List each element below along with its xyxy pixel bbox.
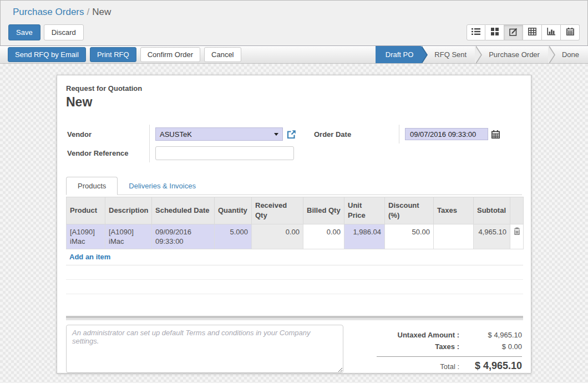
total-row: Total : $ 4,965.10 bbox=[377, 360, 522, 372]
form-view-button[interactable] bbox=[504, 24, 523, 40]
status-step-rfq-sent[interactable]: RFQ Sent bbox=[421, 46, 475, 63]
calendar-view-button[interactable] bbox=[561, 24, 580, 40]
top-chrome: Purchase Orders/New Save Discard bbox=[0, 0, 588, 45]
form-actions-row: Save Discard bbox=[1, 20, 587, 45]
taxes-row: Taxes : $ 0.00 bbox=[377, 341, 522, 352]
confirm-order-button[interactable]: Confirm Order bbox=[140, 47, 200, 62]
col-header-taxes: Taxes bbox=[434, 197, 474, 224]
form-right-column: Order Date bbox=[303, 125, 522, 162]
cell-unit-price[interactable]: 1,986.04 bbox=[344, 224, 385, 249]
vendor-reference-cell bbox=[149, 144, 303, 162]
cell-product[interactable]: [A1090] iMac bbox=[67, 224, 105, 249]
form-fields: Vendor ASUSTeK Vendor Reference bbox=[66, 125, 522, 162]
order-date-cell bbox=[399, 125, 522, 144]
col-header-actions bbox=[510, 197, 524, 224]
add-item-row: Add an item bbox=[66, 249, 523, 265]
terms-and-conditions-textarea[interactable] bbox=[66, 325, 343, 373]
col-header-description: Description bbox=[105, 197, 152, 224]
status-step-draft-po[interactable]: Draft PO bbox=[376, 46, 422, 63]
cell-description[interactable]: [A1090] iMac bbox=[105, 224, 152, 249]
taxes-label: Taxes : bbox=[435, 341, 459, 352]
group-separator bbox=[66, 316, 523, 320]
pivot-view-button[interactable] bbox=[523, 24, 542, 40]
order-lines-table: Product Description Scheduled Date Quant… bbox=[66, 197, 524, 249]
discard-button[interactable]: Discard bbox=[44, 24, 84, 40]
untaxed-amount-row: Untaxed Amount : $ 4,965.10 bbox=[377, 329, 522, 341]
print-rfq-button[interactable]: Print RFQ bbox=[90, 47, 136, 62]
empty-line[interactable] bbox=[66, 294, 523, 309]
order-date-input[interactable] bbox=[405, 128, 488, 140]
external-link-icon[interactable] bbox=[287, 130, 296, 139]
table-header-row: Product Description Scheduled Date Quant… bbox=[67, 197, 524, 224]
breadcrumb-parent-link[interactable]: Purchase Orders bbox=[13, 7, 84, 17]
col-header-product: Product bbox=[67, 197, 105, 224]
form-background: Request for Quotation New Vendor ASUSTeK… bbox=[0, 64, 588, 383]
totals-divider bbox=[377, 356, 522, 357]
chevron-down-icon bbox=[274, 133, 278, 136]
form-left-column: Vendor ASUSTeK Vendor Reference bbox=[66, 125, 303, 162]
add-an-item-link[interactable]: Add an item bbox=[69, 253, 110, 261]
table-row: [A1090] iMac [A1090] iMac 09/09/2016 09:… bbox=[67, 224, 524, 249]
kanban-view-icon bbox=[491, 28, 499, 37]
total-label: Total : bbox=[440, 361, 459, 372]
empty-line[interactable] bbox=[66, 265, 523, 280]
status-steps: Draft PO RFQ Sent Purchase Order Done bbox=[376, 46, 588, 63]
save-button[interactable]: Save bbox=[8, 24, 40, 40]
tab-products[interactable]: Products bbox=[66, 177, 118, 195]
vendor-reference-input[interactable] bbox=[155, 146, 294, 160]
untaxed-amount-label: Untaxed Amount : bbox=[398, 329, 459, 341]
cell-scheduled-date[interactable]: 09/09/2016 09:33:00 bbox=[152, 224, 215, 249]
form-view-icon bbox=[509, 28, 518, 38]
breadcrumb-separator: / bbox=[84, 7, 93, 17]
breadcrumb: Purchase Orders/New bbox=[1, 1, 587, 20]
col-header-unit-price: Unit Price bbox=[344, 197, 385, 224]
order-date-label: Order Date bbox=[303, 130, 399, 139]
list-view-icon bbox=[472, 28, 480, 37]
trash-icon bbox=[514, 228, 520, 237]
col-header-billed-qty: Billed Qty bbox=[303, 197, 344, 224]
vendor-cell: ASUSTeK bbox=[149, 125, 303, 144]
cancel-button[interactable]: Cancel bbox=[204, 47, 241, 62]
order-date-row: Order Date bbox=[303, 125, 522, 144]
form-sheet: Request for Quotation New Vendor ASUSTeK… bbox=[57, 75, 531, 373]
notebook-tabs: Products Deliveries & Invoices bbox=[66, 176, 522, 195]
col-header-scheduled-date: Scheduled Date bbox=[152, 197, 215, 224]
totals-block: Untaxed Amount : $ 4,965.10 Taxes : $ 0.… bbox=[377, 329, 522, 373]
vendor-select[interactable]: ASUSTeK bbox=[155, 127, 283, 141]
cell-quantity[interactable]: 5.000 bbox=[215, 224, 252, 249]
breadcrumb-current: New bbox=[92, 7, 111, 17]
cell-discount[interactable]: 50.00 bbox=[385, 224, 434, 249]
taxes-value: $ 0.00 bbox=[459, 341, 522, 352]
vendor-label: Vendor bbox=[66, 130, 149, 139]
calendar-icon[interactable] bbox=[491, 130, 500, 139]
vendor-row: Vendor ASUSTeK bbox=[66, 125, 303, 144]
kanban-view-button[interactable] bbox=[485, 24, 504, 40]
view-switcher bbox=[467, 24, 580, 40]
col-header-subtotal: Subtotal bbox=[474, 197, 510, 224]
pivot-view-icon bbox=[528, 28, 536, 37]
col-header-discount: Discount (%) bbox=[385, 197, 434, 224]
send-rfq-by-email-button[interactable]: Send RFQ by Email bbox=[8, 47, 86, 62]
list-view-button[interactable] bbox=[467, 24, 485, 40]
vendor-reference-row: Vendor Reference bbox=[66, 144, 303, 162]
cell-taxes[interactable] bbox=[434, 224, 474, 249]
delete-row-button[interactable] bbox=[510, 224, 524, 249]
cell-subtotal: 4,965.10 bbox=[474, 224, 510, 249]
cell-received-qty: 0.00 bbox=[252, 224, 303, 249]
vendor-reference-label: Vendor Reference bbox=[66, 149, 149, 157]
vendor-select-value: ASUSTeK bbox=[160, 130, 274, 139]
status-step-purchase-order[interactable]: Purchase Order bbox=[475, 46, 549, 63]
untaxed-amount-value: $ 4,965.10 bbox=[459, 329, 522, 341]
document-type-label: Request for Quotation bbox=[66, 84, 522, 93]
graph-view-button[interactable] bbox=[542, 24, 561, 40]
col-header-quantity: Quantity bbox=[215, 197, 252, 224]
statusbar: Send RFQ by Email Print RFQ Confirm Orde… bbox=[0, 45, 588, 64]
col-header-received-qty: Received Qty bbox=[252, 197, 303, 224]
total-value: $ 4,965.10 bbox=[459, 360, 522, 372]
page-title: New bbox=[66, 95, 522, 110]
empty-line[interactable] bbox=[66, 280, 523, 294]
cell-billed-qty: 0.00 bbox=[303, 224, 344, 249]
bottom-section: Untaxed Amount : $ 4,965.10 Taxes : $ 0.… bbox=[66, 325, 522, 373]
graph-view-icon bbox=[547, 28, 556, 37]
tab-deliveries-invoices[interactable]: Deliveries & Invoices bbox=[118, 177, 207, 194]
